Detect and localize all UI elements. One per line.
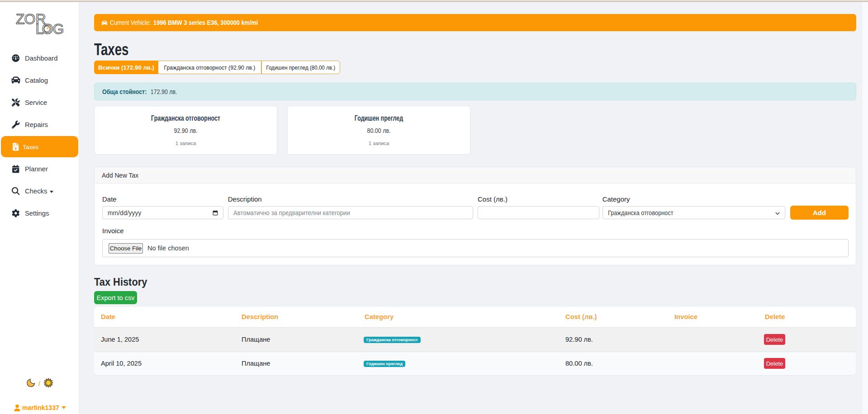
svg-text:O: O — [24, 11, 36, 27]
svg-text:$: $ — [15, 146, 17, 151]
svg-text:G: G — [53, 21, 64, 37]
svg-text:Z: Z — [16, 11, 25, 27]
